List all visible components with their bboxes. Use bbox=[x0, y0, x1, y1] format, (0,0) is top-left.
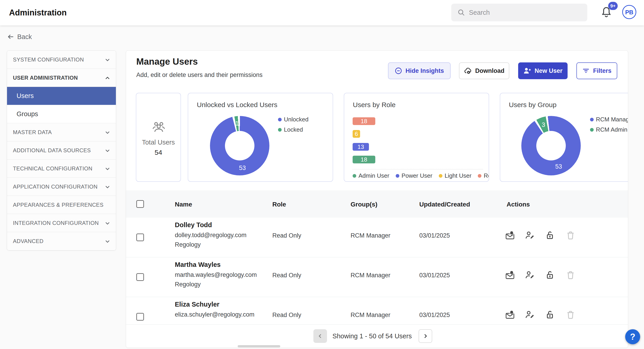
chevron-down-icon bbox=[104, 220, 111, 227]
edit-user-icon[interactable] bbox=[525, 310, 535, 320]
total-users-label: Total Users bbox=[136, 139, 180, 146]
mail-notification-icon[interactable] bbox=[505, 230, 515, 240]
legend-item: Power User bbox=[396, 172, 432, 179]
users-by-group-donut-chart: 53 3 bbox=[521, 116, 581, 175]
mail-notification-icon[interactable] bbox=[505, 310, 515, 320]
filters-button[interactable]: Filters bbox=[576, 62, 617, 79]
user-groups: RCM Manager bbox=[350, 232, 390, 239]
administration-screen: Administration 9+ PB Back SYSTEM CONFIGU… bbox=[0, 0, 644, 349]
unlock-icon[interactable] bbox=[545, 270, 555, 280]
legend-item: Admin User bbox=[352, 172, 389, 179]
column-header-groups: Group(s) bbox=[350, 201, 377, 208]
user-role: Read Only bbox=[272, 272, 301, 279]
legend-dot bbox=[439, 174, 442, 178]
chevron-down-icon bbox=[104, 129, 111, 136]
user-groups: RCM Manager bbox=[350, 272, 390, 279]
sidebar-item-appearances-preferences[interactable]: APPEARANCES & PREFERENCES bbox=[7, 196, 116, 214]
horizontal-scrollbar[interactable] bbox=[238, 345, 280, 347]
sidebar-item-groups[interactable]: Groups bbox=[7, 105, 116, 123]
page-title: Administration bbox=[9, 0, 67, 26]
legend-item: Light User bbox=[439, 172, 472, 179]
legend-dot bbox=[352, 174, 356, 178]
chevron-down-icon bbox=[104, 238, 111, 245]
sidebar-item-user-administration[interactable]: USER ADMINISTRATION bbox=[7, 69, 116, 87]
users-by-role-card: Users by Role 18 6 13 18 Admin User Powe… bbox=[344, 93, 489, 182]
chevron-left-icon bbox=[317, 333, 324, 339]
chart-legend: RCM Manag RCM Admin bbox=[590, 116, 628, 133]
sidebar-item-technical-configuration[interactable]: TECHNICAL CONFIGURATION bbox=[7, 160, 116, 178]
sidebar-item-application-configuration[interactable]: APPLICATION CONFIGURATION bbox=[7, 178, 116, 196]
user-updated: 03/01/2025 bbox=[419, 232, 450, 239]
notification-count-badge: 9+ bbox=[608, 2, 618, 10]
next-page-button[interactable] bbox=[418, 329, 432, 343]
sidebar-item-users[interactable]: Users bbox=[7, 87, 116, 105]
row-checkbox[interactable] bbox=[136, 233, 144, 241]
hide-insights-button[interactable]: Hide Insights bbox=[388, 62, 450, 79]
edit-user-icon[interactable] bbox=[525, 270, 535, 280]
unlock-icon[interactable] bbox=[545, 230, 555, 240]
slice-value-rcm-manager: 53 bbox=[555, 163, 562, 170]
previous-page-button[interactable] bbox=[314, 329, 327, 343]
search-input[interactable] bbox=[469, 4, 582, 21]
bar-power-user: 13 bbox=[352, 143, 369, 151]
delete-icon[interactable] bbox=[566, 270, 576, 280]
chart-legend: Unlocked Locked bbox=[278, 116, 308, 133]
filter-icon bbox=[582, 67, 590, 75]
chevron-down-icon bbox=[104, 57, 111, 63]
donut-hole bbox=[225, 131, 254, 160]
pagination-bar: Showing 1 - 50 of 54 Users bbox=[126, 325, 628, 347]
chart-title: Unlocked vs Locked Users bbox=[197, 101, 277, 109]
row-checkbox[interactable] bbox=[136, 313, 144, 321]
user-company: Regology bbox=[175, 281, 201, 288]
unlocked-vs-locked-card: Unlocked vs Locked Users 53 1 Unlocked L… bbox=[188, 93, 333, 182]
sidebar-item-integration-configuration[interactable]: INTEGRATION CONFIGURATION bbox=[7, 214, 116, 232]
download-button[interactable]: Download bbox=[459, 62, 509, 79]
user-email: martha.wayles@regology.com bbox=[175, 271, 257, 278]
edit-user-icon[interactable] bbox=[525, 230, 535, 240]
user-role: Read Only bbox=[272, 311, 301, 318]
legend-dot bbox=[590, 128, 594, 132]
column-header-name: Name bbox=[175, 201, 192, 208]
unlock-icon[interactable] bbox=[545, 310, 555, 320]
delete-icon[interactable] bbox=[566, 310, 576, 320]
axis-line bbox=[352, 169, 483, 170]
table-row: Eliza Schuyler eliza.schuyler@regology.c… bbox=[126, 297, 628, 325]
admin-sidebar: SYSTEM CONFIGURATION USER ADMINISTRATION… bbox=[7, 50, 116, 250]
new-user-button[interactable]: New User bbox=[518, 62, 568, 79]
user-groups: RCM Manager bbox=[350, 311, 390, 318]
column-header-actions: Actions bbox=[506, 201, 530, 208]
bar-read-only: 18 bbox=[352, 117, 375, 125]
table-row: Dolley Todd dolley.todd@regology.com Reg… bbox=[126, 218, 628, 257]
help-button[interactable]: ? bbox=[625, 329, 640, 344]
user-name: Eliza Schuyler bbox=[175, 301, 220, 308]
chevron-up-icon bbox=[104, 75, 111, 82]
chart-legend: Admin User Power User Light User Read On… bbox=[352, 172, 489, 179]
chevron-down-icon bbox=[104, 147, 111, 154]
bar-light-user: 6 bbox=[352, 130, 360, 138]
user-name: Martha Wayles bbox=[175, 261, 221, 268]
user-role: Read Only bbox=[272, 232, 301, 239]
legend-item: RCM Admin bbox=[590, 126, 628, 133]
back-link[interactable]: Back bbox=[7, 32, 32, 42]
mail-notification-icon[interactable] bbox=[505, 270, 515, 280]
chart-title: Users by Role bbox=[353, 101, 396, 109]
select-all-checkbox[interactable] bbox=[136, 200, 144, 208]
user-avatar[interactable]: PB bbox=[622, 5, 636, 19]
sidebar-item-additional-data-sources[interactable]: ADDITIONAL DATA SOURCES bbox=[7, 141, 116, 160]
table-row: Martha Wayles martha.wayles@regology.com… bbox=[126, 257, 628, 297]
row-checkbox[interactable] bbox=[136, 273, 144, 281]
search-icon bbox=[457, 9, 465, 17]
people-group-icon bbox=[152, 120, 166, 135]
delete-icon[interactable] bbox=[566, 230, 576, 240]
legend-dot bbox=[396, 174, 399, 178]
table-header: Name Role Group(s) Updated/Created Actio… bbox=[126, 190, 628, 218]
sidebar-item-master-data[interactable]: MASTER DATA bbox=[7, 123, 116, 141]
sidebar-item-system-configuration[interactable]: SYSTEM CONFIGURATION bbox=[7, 51, 116, 69]
global-search bbox=[451, 4, 587, 21]
legend-item: Unlocked bbox=[278, 116, 308, 123]
chart-title: Users by Group bbox=[509, 101, 556, 109]
cloud-download-icon bbox=[464, 67, 472, 75]
sidebar-item-advanced[interactable]: ADVANCED bbox=[7, 232, 116, 250]
total-users-card: Total Users 54 bbox=[136, 93, 181, 182]
manage-users-panel: Manage Users Add, edit or delete users a… bbox=[126, 50, 628, 348]
